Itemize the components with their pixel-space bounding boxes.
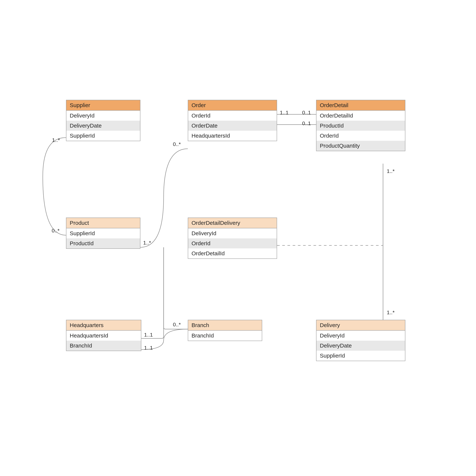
- er-diagram: Supplier DeliveryId DeliveryDate Supplie…: [0, 0, 476, 476]
- entity-order: Order OrderId OrderDate HeadquartersId: [188, 100, 277, 141]
- entity-title: Product: [66, 218, 140, 228]
- entity-attr: SupplierId: [66, 131, 140, 141]
- entity-title: OrderDetail: [316, 100, 405, 111]
- entity-attr: OrderDetailId: [188, 248, 277, 258]
- entity-attr: OrderId: [316, 131, 405, 141]
- multiplicity-label: 0..1: [302, 120, 311, 126]
- entity-product: Product SupplierId ProductId: [66, 218, 140, 249]
- entity-title: Order: [188, 100, 277, 111]
- entity-attr: BranchId: [188, 331, 262, 341]
- entity-attr: OrderDate: [188, 121, 277, 131]
- entity-attr: ProductQuantity: [316, 141, 405, 151]
- multiplicity-label: 1..1: [144, 332, 153, 338]
- entity-supplier: Supplier DeliveryId DeliveryDate Supplie…: [66, 100, 140, 141]
- entity-title: Branch: [188, 320, 262, 331]
- entity-attr: OrderId: [188, 238, 277, 248]
- entity-delivery: Delivery DeliveryId DeliveryDate Supplie…: [316, 320, 405, 361]
- entity-orderdetail: OrderDetail OrderDetailId ProductId Orde…: [316, 100, 405, 151]
- entity-attr: HeadquartersId: [188, 131, 277, 141]
- entity-attr: DeliveryDate: [316, 341, 405, 351]
- multiplicity-label: 1..1: [144, 345, 153, 351]
- entity-attr: SupplierId: [316, 351, 405, 361]
- multiplicity-label: 1..*: [387, 168, 394, 174]
- multiplicity-label: 0..*: [173, 322, 181, 328]
- multiplicity-label: 1..*: [387, 310, 394, 316]
- multiplicity-label: 1..*: [143, 240, 151, 246]
- entity-attr: HeadquartersId: [66, 331, 141, 341]
- entity-attr: ProductId: [66, 238, 140, 248]
- entity-attr: DeliveryId: [66, 111, 140, 121]
- entity-title: Delivery: [316, 320, 405, 331]
- entity-title: Headquarters: [66, 320, 141, 331]
- entity-attr: BranchId: [66, 341, 141, 351]
- multiplicity-label: 1..*: [52, 137, 60, 143]
- entity-attr: ProductId: [316, 121, 405, 131]
- multiplicity-label: 0..1: [302, 110, 311, 116]
- entity-attr: OrderDetailId: [316, 111, 405, 121]
- entity-attr: DeliveryDate: [66, 121, 140, 131]
- entity-attr: OrderId: [188, 111, 277, 121]
- entity-title: Supplier: [66, 100, 140, 111]
- entity-title: OrderDetailDelivery: [188, 218, 277, 228]
- entity-attr: DeliveryId: [316, 331, 405, 341]
- multiplicity-label: 1..1: [280, 110, 289, 116]
- entity-attr: SupplierId: [66, 228, 140, 238]
- entity-branch: Branch BranchId: [188, 320, 262, 341]
- entity-attr: DeliveryId: [188, 228, 277, 238]
- entity-headquarters: Headquarters HeadquartersId BranchId: [66, 320, 141, 351]
- entity-orderdetaildelivery: OrderDetailDelivery DeliveryId OrderId O…: [188, 218, 277, 259]
- multiplicity-label: 0..*: [173, 141, 181, 147]
- multiplicity-label: 0..*: [52, 228, 60, 234]
